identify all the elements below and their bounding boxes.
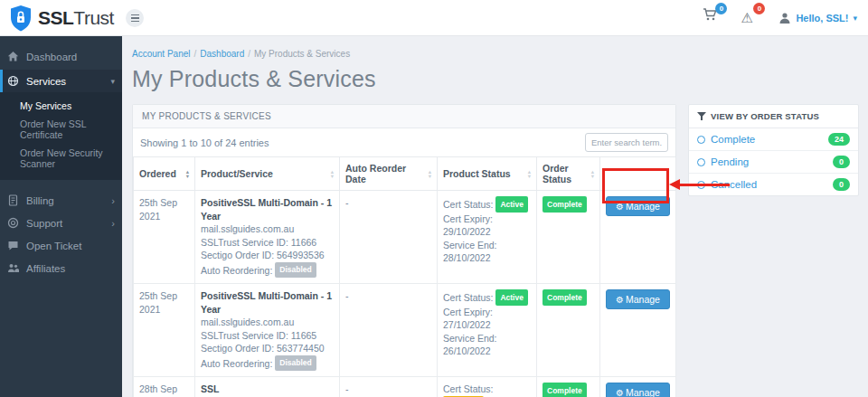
life-ring-icon [7,217,19,229]
order-status-badge: Complete [542,289,587,306]
breadcrumb: Account Panel/Dashboard/My Products & Se… [132,49,859,59]
cart-button[interactable]: 0 [703,7,721,29]
product-domain: mail.sslguides.com.au [201,222,334,236]
product-status-cell: Cert Status: Revoked [438,377,537,397]
sidebar-subitem-order-new-ssl-certificate[interactable]: Order New SSL Certificate [0,115,122,144]
column-header-product-service[interactable]: Product/Service▴▾ [195,157,340,191]
page: SSLTrust 0 ⚠ 0 [0,0,868,397]
filter-panel-header: VIEW BY ORDER STATUS [689,105,858,128]
actions-cell: ⚙Manage [600,191,676,284]
cart-count-badge: 0 [715,3,727,14]
brand-logo[interactable]: SSLTrust [9,5,114,32]
sidebar-subitem-order-new-security-scanner[interactable]: Order New Security Scanner [0,144,122,173]
search-input[interactable] [585,133,668,152]
sidebar-item-label: Open Ticket [26,241,115,251]
sort-icon[interactable]: ▴▾ [186,169,189,178]
sort-icon[interactable]: ▴▾ [528,169,531,178]
service-id: SSLTrust Service ID: 11666 [201,236,334,250]
notifications-count-badge: 0 [753,3,765,14]
column-header-product-status[interactable]: Product Status▴▾ [438,157,537,191]
table-row: 25th Sep 2021 PositiveSSL Multi-Domain -… [134,284,676,377]
sort-icon[interactable]: ▴▾ [429,169,431,178]
order-status-badge: Complete [542,383,587,397]
table-row: 28th Sep 2021 SSL mail.sslguides.com.au … [134,377,676,397]
sidebar-item-billing[interactable]: Billing › [0,189,122,212]
count-badge: 0 [833,156,850,168]
notifications-button[interactable]: ⚠ 0 [741,7,759,29]
filter-item-complete[interactable]: Complete 24 [689,128,858,151]
user-menu[interactable]: Hello, SSL! ▾ [778,12,857,24]
gear-icon: ⚙ [616,388,624,397]
service-end-line: Service End: 28/10/2022 [443,239,531,265]
chevron-down-icon: ▾ [110,77,115,86]
sidebar-item-label: Billing [26,195,104,206]
sidebar-item-affiliates[interactable]: Affiliates [0,257,122,279]
order-status-cell: Complete [537,284,600,377]
product-name: PositiveSSL Multi-Domain - 1 Year [201,196,334,222]
filter-label: Pending [711,156,749,167]
product-name: SSL [201,383,334,396]
manage-button[interactable]: ⚙Manage [606,196,670,216]
gear-icon: ⚙ [616,295,624,305]
breadcrumb-current: My Products & Services [254,49,350,59]
table-row: 25th Sep 2021 PositiveSSL Multi-Domain -… [134,191,676,284]
manage-button[interactable]: ⚙Manage [606,383,670,397]
products-table: Ordered▴▾ Product/Service▴▾ Auto Reorder… [133,156,676,397]
comment-icon [7,240,19,251]
topbar-actions: 0 ⚠ 0 Hello, SSL! ▾ [703,0,857,36]
sort-icon[interactable]: ▴▾ [591,169,594,178]
table-toolbar: Showing 1 to 10 of 24 entries [133,128,675,156]
count-badge: 0 [833,178,850,191]
sidebar-item-open-ticket[interactable]: Open Ticket [0,234,122,257]
count-badge: 24 [828,133,850,146]
gear-icon: ⚙ [616,202,624,212]
vendor-order-id: Sectigo Order ID: 563774450 [201,342,334,355]
auto-reordering-badge: Disabled [275,355,316,372]
filter-label: Complete [711,134,755,145]
sidebar-item-label: Affiliates [26,263,115,274]
filter-icon [697,112,706,121]
product-domain: mail.sslguides.com.au [201,316,334,329]
ordered-date: 25th Sep 2021 [134,284,195,377]
actions-cell: ⚙Manage [600,377,676,397]
sidebar-item-services[interactable]: Services ▾ [0,70,122,92]
sidebar: Dashboard Services ▾ My Services Order N… [0,36,122,397]
sidebar-item-support[interactable]: Support › [0,212,122,234]
page-title: My Products & Services [132,66,859,92]
ordered-date: 25th Sep 2021 [134,191,195,284]
service-id: SSLTrust Service ID: 11665 [201,329,334,343]
sidebar-item-dashboard[interactable]: Dashboard [0,45,122,68]
ordered-date: 28th Sep 2021 [134,377,195,397]
sort-icon[interactable]: ▴▾ [331,169,334,178]
auto-reorder-date: - [340,377,438,397]
order-status-cell: Complete [537,191,600,284]
filter-label: Cancelled [711,179,757,190]
filter-item-pending[interactable]: Pending 0 [689,151,858,174]
home-icon [7,51,19,62]
showing-entries-text: Showing 1 to 10 of 24 entries [140,137,269,148]
users-icon [7,262,19,274]
sidebar-toggle-button[interactable] [126,9,144,27]
shield-lock-icon [9,5,33,32]
invoice-icon [7,194,19,206]
cert-expiry-line: Cert Expiry: 29/10/2022 [443,213,531,239]
product-cell: SSL mail.sslguides.com.au SSLTrust Servi… [195,377,340,397]
column-header-order-status[interactable]: Order Status▴▾ [537,157,600,191]
column-header-ordered[interactable]: Ordered▴▾ [134,157,195,191]
service-end-line: Service End: 26/10/2022 [443,332,531,358]
panel-title: MY PRODUCTS & SERVICES [133,105,675,128]
chevron-right-icon: › [111,195,115,206]
cert-status-line: Cert Status: Active [443,289,531,306]
manage-button[interactable]: ⚙Manage [606,289,670,309]
column-header-actions [600,157,676,191]
sidebar-subitem-my-services[interactable]: My Services [0,97,122,115]
table-header-row: Ordered▴▾ Product/Service▴▾ Auto Reorder… [134,157,676,191]
breadcrumb-dashboard[interactable]: Dashboard [200,49,244,59]
cert-status-badge: Active [495,289,528,306]
chevron-down-icon: ▾ [853,14,857,23]
breadcrumb-account-panel[interactable]: Account Panel [132,49,191,59]
filter-item-cancelled[interactable]: Cancelled 0 [689,174,858,195]
auto-reorder-date: - [340,284,438,377]
column-header-auto-reorder-date[interactable]: Auto Reorder Date▴▾ [340,157,438,191]
main-content: Account Panel/Dashboard/My Products & Se… [122,36,868,397]
